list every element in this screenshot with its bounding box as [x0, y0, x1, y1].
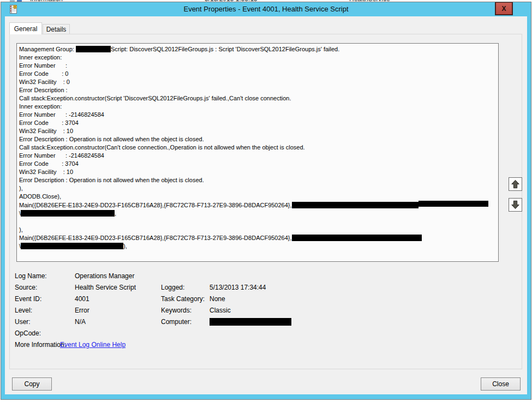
message-text [19, 218, 21, 225]
message-text: ), [19, 185, 23, 191]
message-line: \, [19, 209, 497, 218]
copy-button[interactable]: Copy [12, 377, 52, 391]
detail-row: Computer: [161, 318, 336, 327]
message-text: Call stack:Exception.constructor(Can't c… [19, 144, 305, 151]
message-line: ), [19, 226, 497, 234]
message-line: Error Number : -2146824584 [19, 152, 497, 160]
detail-row: Keywords:Classic [161, 307, 336, 315]
message-text: Main({D6B26EFE-E183-24E9-DD23-F165CB716A… [19, 202, 292, 208]
detail-row: Source:Health Service Script [15, 284, 157, 292]
close-button[interactable]: Close [481, 377, 521, 391]
message-text: ADODB.Close), [19, 193, 61, 200]
message-line: \), [19, 242, 497, 250]
dialog-titlebar[interactable]: Event Properties - Event 4001, Health Se… [1, 2, 531, 16]
previous-event-button[interactable] [509, 177, 522, 191]
message-text: Script: DiscoverSQL2012FileGroups.js : S… [111, 46, 339, 52]
more-information-label: More Information: [15, 341, 66, 349]
message-text: Win32 Facility : 10 [19, 169, 73, 175]
tab-general-label: General [14, 25, 38, 33]
detail-value: None [210, 295, 225, 303]
message-line: Win32 Facility : 10 [19, 127, 497, 135]
message-line: Call stack:Exception.constructor(Script … [19, 94, 497, 103]
message-line: Error Number : [19, 62, 497, 70]
redacted-text [21, 243, 123, 249]
detail-row: Event ID:4001 [15, 295, 157, 304]
redacted-text [419, 201, 488, 207]
detail-value: N/A [75, 318, 86, 326]
message-line: Win32 Facility : 10 [19, 168, 497, 176]
detail-label: Computer: [161, 318, 192, 326]
message-line: Inner exception: [19, 103, 497, 111]
redacted-text [76, 46, 111, 52]
detail-label: Keywords: [161, 307, 192, 314]
detail-value: 4001 [75, 295, 89, 303]
detail-label: User: [15, 318, 31, 326]
message-text: Management Group: [19, 46, 76, 52]
redacted-text [21, 210, 115, 217]
message-line: Error Code : 0 [19, 70, 497, 78]
detail-row: Log Name:Operations Manager [15, 272, 157, 281]
message-line [19, 218, 497, 226]
detail-label: Level: [15, 307, 32, 314]
detail-label: Task Category: [161, 295, 205, 303]
tab-details-label: Details [46, 26, 67, 33]
detail-value: Health Service Script [75, 284, 136, 291]
detail-row: OpCode: [15, 329, 157, 338]
next-event-button[interactable] [509, 198, 522, 212]
detail-value: Classic [210, 307, 231, 314]
message-text: Inner exception: [19, 54, 62, 61]
message-text: Error Code : 3704 [19, 119, 79, 126]
event-log-online-help-link[interactable]: Event Log Online Help [60, 341, 125, 349]
message-text: Error Description : [19, 87, 68, 93]
detail-label: Source: [15, 284, 37, 291]
down-arrow-icon [509, 205, 522, 213]
event-message-area[interactable]: Management Group: Script: DiscoverSQL201… [16, 43, 499, 262]
message-line: ), [19, 184, 497, 193]
message-text: Main({D6B26EFE-E183-24E9-DD23-F165CB716A… [19, 235, 292, 241]
message-line: Inner exception: [19, 53, 497, 62]
detail-value: Error [75, 307, 89, 314]
tab-general[interactable]: General [9, 22, 42, 34]
message-text: Error Number : -2146824584 [19, 111, 104, 118]
message-text: Win32 Facility : 0 [19, 79, 70, 85]
up-arrow-icon [509, 184, 522, 192]
message-line: Error Number : -2146824584 [19, 111, 497, 119]
message-text: Error Number : -2146824584 [19, 152, 104, 159]
message-text: ), [123, 243, 127, 249]
detail-label: Event ID: [15, 295, 41, 303]
detail-label: Logged: [161, 284, 184, 291]
detail-label: OpCode: [15, 329, 41, 337]
message-line: Error Description : Operation is not all… [19, 176, 497, 184]
message-line: Error Code : 3704 [19, 119, 497, 127]
detail-label: Log Name: [15, 272, 47, 280]
message-line: ADODB.Close), [19, 193, 497, 201]
message-text: ), [19, 226, 23, 233]
detail-row: Logged:5/13/2013 17:34:44 [161, 284, 336, 292]
detail-row: Task Category:None [161, 295, 336, 304]
redacted-text [292, 235, 422, 241]
message-text: Win32 Facility : 10 [19, 128, 73, 134]
tab-details[interactable]: Details [43, 24, 70, 34]
detail-value: 5/13/2013 17:34:44 [210, 284, 266, 291]
close-window-button[interactable]: X [495, 2, 513, 15]
screen: Information 5/13/2013 1:55:15 HealthServ… [0, 0, 532, 402]
message-line: Error Code : 3704 [19, 160, 497, 168]
message-line: Management Group: Script: DiscoverSQL201… [19, 45, 497, 53]
redacted-computer-name [210, 318, 291, 326]
message-text: Error Code : 3704 [19, 160, 79, 167]
message-line: Error Description : Operation is not all… [19, 135, 497, 143]
message-text: Error Description : Operation is not all… [19, 177, 204, 183]
message-line: Win32 Facility : 0 [19, 78, 497, 86]
detail-value [210, 318, 291, 326]
message-line: Main({D6B26EFE-E183-24E9-DD23-F165CB716A… [19, 201, 497, 209]
message-text: Call stack:Exception.constructor(Script … [19, 95, 291, 101]
message-line: Error Description : [19, 86, 497, 94]
message-text: Error Description : Operation is not all… [19, 136, 204, 142]
message-text: , [115, 210, 116, 217]
message-text: Error Number : [19, 62, 67, 69]
detail-row: Level:Error [15, 307, 157, 315]
dialog-title: Event Properties - Event 4001, Health Se… [1, 5, 531, 13]
redacted-text [292, 202, 419, 208]
detail-value: Operations Manager [75, 272, 134, 280]
message-text: Inner exception: [19, 103, 62, 110]
